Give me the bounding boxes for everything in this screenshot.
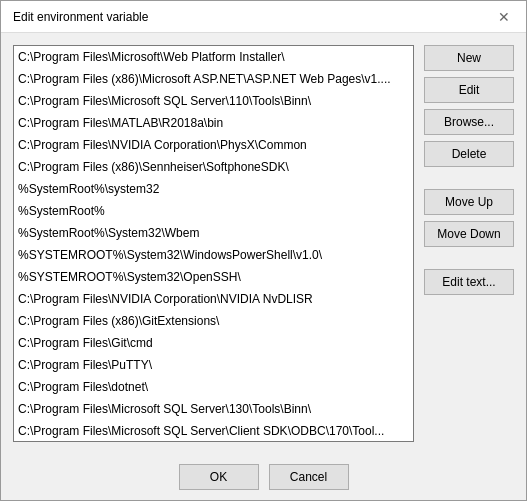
list-item[interactable]: %SYSTEMROOT%\System32\OpenSSH\ bbox=[14, 266, 413, 288]
list-item[interactable]: %SystemRoot%\System32\Wbem bbox=[14, 222, 413, 244]
list-item[interactable]: C:\Program Files\NVIDIA Corporation\NVID… bbox=[14, 288, 413, 310]
path-list[interactable]: C:\Program Files\Microsoft\Web Platform … bbox=[14, 46, 413, 441]
separator-1 bbox=[424, 173, 514, 183]
list-item[interactable]: C:\Program Files\dotnet\ bbox=[14, 376, 413, 398]
list-item[interactable]: C:\Program Files\PuTTY\ bbox=[14, 354, 413, 376]
new-button[interactable]: New bbox=[424, 45, 514, 71]
list-item[interactable]: C:\Program Files\MATLAB\R2018a\bin bbox=[14, 112, 413, 134]
separator-2 bbox=[424, 253, 514, 263]
list-item[interactable]: %SystemRoot% bbox=[14, 200, 413, 222]
list-item[interactable]: %SystemRoot%\system32 bbox=[14, 178, 413, 200]
dialog-title: Edit environment variable bbox=[13, 10, 148, 24]
list-item[interactable]: C:\Program Files\Microsoft SQL Server\11… bbox=[14, 90, 413, 112]
edit-button[interactable]: Edit bbox=[424, 77, 514, 103]
browse-button[interactable]: Browse... bbox=[424, 109, 514, 135]
list-container: C:\Program Files\Microsoft\Web Platform … bbox=[13, 45, 414, 442]
close-button[interactable]: ✕ bbox=[494, 7, 514, 27]
cancel-button[interactable]: Cancel bbox=[269, 464, 349, 490]
list-item[interactable]: C:\Program Files (x86)\Microsoft ASP.NET… bbox=[14, 68, 413, 90]
dialog-content: C:\Program Files\Microsoft\Web Platform … bbox=[1, 33, 526, 454]
list-item[interactable]: C:\Program Files\NVIDIA Corporation\Phys… bbox=[14, 134, 413, 156]
list-item[interactable]: C:\Program Files\Git\cmd bbox=[14, 332, 413, 354]
ok-button[interactable]: OK bbox=[179, 464, 259, 490]
list-item[interactable]: C:\Program Files\Microsoft SQL Server\Cl… bbox=[14, 420, 413, 441]
edit-text-button[interactable]: Edit text... bbox=[424, 269, 514, 295]
list-item[interactable]: C:\Program Files\Microsoft SQL Server\13… bbox=[14, 398, 413, 420]
list-item[interactable]: %SYSTEMROOT%\System32\WindowsPowerShell\… bbox=[14, 244, 413, 266]
list-item[interactable]: C:\Program Files (x86)\GitExtensions\ bbox=[14, 310, 413, 332]
list-item[interactable]: C:\Program Files\Microsoft\Web Platform … bbox=[14, 46, 413, 68]
delete-button[interactable]: Delete bbox=[424, 141, 514, 167]
buttons-panel: New Edit Browse... Delete Move Up Move D… bbox=[424, 45, 514, 442]
move-up-button[interactable]: Move Up bbox=[424, 189, 514, 215]
list-item[interactable]: C:\Program Files (x86)\Sennheiser\Softph… bbox=[14, 156, 413, 178]
title-bar: Edit environment variable ✕ bbox=[1, 1, 526, 33]
dialog-footer: OK Cancel bbox=[1, 454, 526, 500]
edit-environment-variable-dialog: Edit environment variable ✕ C:\Program F… bbox=[0, 0, 527, 501]
move-down-button[interactable]: Move Down bbox=[424, 221, 514, 247]
